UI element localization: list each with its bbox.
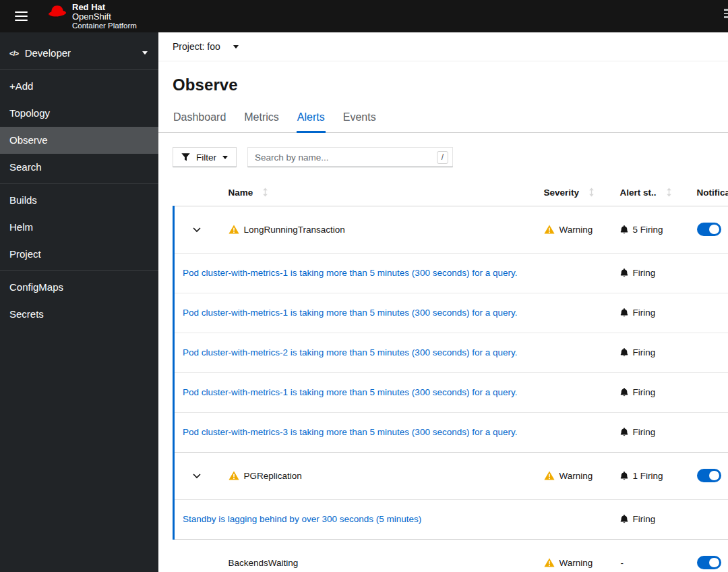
warning-triangle-icon — [544, 471, 555, 480]
alert-rule-row: PGReplication Warning 1 Firing — [174, 452, 728, 499]
page-title: Observe — [173, 76, 728, 94]
project-selector[interactable]: Project: foo — [173, 41, 239, 52]
app-screen: Red Hat OpenShift Container Platform </>… — [0, 0, 728, 572]
notifications-toggle[interactable] — [697, 469, 721, 482]
alert-description-link[interactable]: Pod cluster-with-metrics-1 is taking mor… — [183, 268, 517, 278]
bell-icon — [620, 471, 628, 480]
alert-group-backendswaiting: BackendsWaiting Warning - — [174, 539, 728, 572]
chevron-down-icon — [193, 227, 201, 233]
sort-icon — [588, 188, 595, 197]
severity-label: Warning — [559, 471, 593, 481]
alert-row: Pod cluster-with-metrics-1 is taking mor… — [174, 253, 728, 293]
sidebar-item-add[interactable]: +Add — [0, 73, 158, 100]
sidebar-item-observe[interactable]: Observe — [0, 127, 158, 154]
search-shortcut-badge: / — [437, 151, 448, 164]
alert-rule-name[interactable]: BackendsWaiting — [229, 558, 299, 568]
alert-row: Pod cluster-with-metrics-1 is taking mor… — [174, 372, 728, 412]
alert-state-label: Firing — [633, 347, 656, 358]
alert-state-label: - — [612, 558, 624, 568]
masthead: Red Hat OpenShift Container Platform — [0, 0, 728, 32]
alert-description-link[interactable]: Standby is lagging behind by over 300 se… — [183, 514, 421, 524]
alert-description-link[interactable]: Pod cluster-with-metrics-1 is taking mor… — [183, 308, 517, 318]
severity-label: Warning — [559, 558, 593, 568]
alert-description-link[interactable]: Pod cluster-with-metrics-3 is taking mor… — [183, 427, 517, 437]
column-header-severity[interactable]: Severity — [536, 180, 612, 206]
alerts-table: Name Severity Alert st.. Notificat — [173, 180, 728, 572]
sort-icon — [262, 188, 268, 197]
bell-icon — [620, 428, 628, 436]
collapse-row-button[interactable] — [189, 468, 205, 484]
bell-icon — [620, 348, 628, 357]
alert-state-label: Firing — [633, 308, 656, 318]
column-header-name[interactable]: Name — [220, 180, 536, 206]
filter-funnel-icon — [181, 153, 190, 161]
sidebar-item-project[interactable]: Project — [0, 241, 158, 268]
tab-alerts[interactable]: Alerts — [297, 111, 326, 133]
bell-icon — [620, 308, 628, 317]
column-header-alert-state[interactable]: Alert st.. — [612, 180, 689, 206]
project-selector-label: Project: foo — [173, 41, 220, 52]
brand-line-1: Red Hat — [72, 3, 137, 12]
sidebar-item-search[interactable]: Search — [0, 154, 158, 181]
alert-state-label: Firing — [633, 387, 656, 397]
alert-state-label: 1 Firing — [633, 471, 663, 481]
expand-column-header — [174, 180, 220, 206]
perspective-switcher[interactable]: </> Developer — [0, 32, 158, 70]
alerts-toolbar: Filter / — [173, 147, 728, 167]
sidebar-item-secrets[interactable]: Secrets — [0, 301, 158, 328]
nav-divider — [0, 270, 158, 271]
tabs-bar: Dashboard Metrics Alerts Events — [158, 111, 728, 133]
alert-rule-row: LongRunningTransaction Warning 5 Firing — [174, 206, 728, 253]
alert-rule-name[interactable]: PGReplication — [244, 471, 302, 481]
warning-triangle-icon — [544, 558, 555, 567]
brand-logo: Red Hat OpenShift Container Platform — [47, 3, 137, 30]
alert-row: Pod cluster-with-metrics-2 is taking mor… — [174, 333, 728, 372]
sidebar-item-builds[interactable]: Builds — [0, 187, 158, 214]
perspective-label: Developer — [25, 47, 71, 59]
brand-line-2: OpenShift — [72, 12, 137, 22]
filter-label: Filter — [196, 152, 216, 163]
tab-dashboard[interactable]: Dashboard — [173, 111, 226, 133]
alert-state-label: Firing — [633, 427, 656, 437]
page-content: Observe Dashboard Metrics Alerts Events … — [158, 76, 728, 572]
tab-metrics[interactable]: Metrics — [243, 111, 280, 133]
warning-triangle-icon — [229, 471, 239, 480]
severity-label: Warning — [559, 225, 593, 235]
warning-triangle-icon — [229, 225, 239, 234]
search-input[interactable] — [248, 148, 452, 167]
code-icon: </> — [9, 49, 19, 57]
caret-down-icon — [142, 51, 148, 55]
collapse-row-button[interactable] — [189, 222, 205, 237]
sidebar-item-configmaps[interactable]: ConfigMaps — [0, 274, 158, 301]
sidebar-item-helm[interactable]: Helm — [0, 214, 158, 241]
notifications-toggle[interactable] — [697, 223, 721, 236]
nav-toggle-button[interactable] — [9, 5, 33, 28]
bell-icon — [620, 268, 628, 277]
bell-icon — [620, 515, 628, 523]
column-header-notifications[interactable]: Notificat — [689, 180, 728, 206]
sidebar-item-topology[interactable]: Topology — [0, 100, 158, 127]
tab-events[interactable]: Events — [342, 111, 377, 133]
warning-triangle-icon — [544, 225, 555, 234]
alert-row: Pod cluster-with-metrics-1 is taking mor… — [174, 293, 728, 333]
project-bar: Project: foo — [158, 32, 728, 61]
notifications-toggle[interactable] — [697, 556, 721, 569]
alert-row: Standby is lagging behind by over 300 se… — [174, 499, 728, 539]
main-area: Project: foo Observe Dashboard Metrics A… — [158, 32, 728, 572]
sidebar-nav: </> Developer +Add Topology Observe Sear… — [0, 32, 158, 572]
brand-line-3: Container Platform — [72, 22, 137, 30]
masthead-overflow-icon[interactable] — [724, 9, 728, 20]
alert-state-label: 5 Firing — [633, 225, 663, 235]
alert-group-pgreplication: PGReplication Warning 1 Firing — [174, 452, 728, 539]
bell-icon — [620, 388, 628, 397]
alert-rule-name[interactable]: LongRunningTransaction — [244, 225, 345, 235]
alert-description-link[interactable]: Pod cluster-with-metrics-1 is taking mor… — [183, 387, 517, 397]
filter-dropdown[interactable]: Filter — [173, 147, 237, 167]
sort-icon — [666, 188, 672, 197]
search-field: / — [247, 147, 453, 167]
alert-description-link[interactable]: Pod cluster-with-metrics-2 is taking mor… — [183, 347, 517, 358]
alert-group-longrunningtransaction: LongRunningTransaction Warning 5 Firing — [174, 206, 728, 452]
table-header-row: Name Severity Alert st.. Notificat — [174, 180, 728, 206]
caret-down-icon — [233, 45, 239, 49]
alert-rule-row: BackendsWaiting Warning - — [174, 539, 728, 572]
